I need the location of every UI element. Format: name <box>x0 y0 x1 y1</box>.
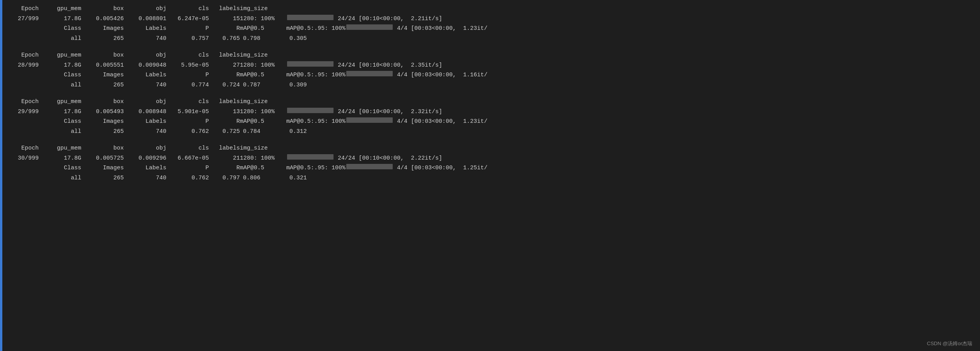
watermark: CSDN @汤姆or杰瑞 <box>927 340 972 347</box>
epoch-header-line: Epoch gpu_mem box obj cls labels img_siz… <box>8 143 972 153</box>
header-box: box <box>81 50 124 60</box>
eval-header-col2: Images <box>81 163 124 173</box>
eval-result-line: all 265 740 0.774 0.724 0.787 0.309 <box>8 80 972 90</box>
train-obj: 0.009296 <box>124 153 166 163</box>
eval-header-col4: P <box>166 70 209 80</box>
eval-header-col4: P <box>166 24 209 34</box>
header-obj: obj <box>124 50 166 60</box>
header-obj: obj <box>124 143 166 153</box>
header-obj: obj <box>124 4 166 14</box>
header-box: box <box>81 97 124 107</box>
eval-header-col6: mAP@0.5 <box>240 24 286 34</box>
eval-header-col5: R <box>209 163 240 173</box>
eval-header-col2: Images <box>81 70 124 80</box>
train-cls: 5.901e-05 <box>166 107 209 117</box>
train-cls: 6.667e-05 <box>166 153 209 163</box>
eval-result-class: all <box>39 173 81 183</box>
eval-result-labels: 740 <box>124 80 166 90</box>
epoch-block-3: Epoch gpu_mem box obj cls labels img_siz… <box>8 143 972 183</box>
eval-result-line: all 265 740 0.757 0.765 0.798 0.305 <box>8 34 972 44</box>
eval-result-spacer <box>8 173 39 183</box>
header-labels: labels <box>209 97 240 107</box>
eval-result-labels: 740 <box>124 173 166 183</box>
eval-header-col2: Images <box>81 24 124 34</box>
train-epoch: 27/999 <box>8 14 39 24</box>
train-box: 0.005725 <box>81 153 124 163</box>
eval-header-col6: mAP@0.5 <box>240 163 286 173</box>
epoch-block-0: Epoch gpu_mem box obj cls labels img_siz… <box>8 4 972 43</box>
train-cls: 5.95e-05 <box>166 60 209 71</box>
progress-bar-1-container <box>287 15 334 20</box>
progress-bar-2-container <box>346 24 393 30</box>
terminal-output: Epoch gpu_mem box obj cls labels img_siz… <box>8 4 972 183</box>
train-line: 29/999 17.8G 0.005493 0.008948 5.901e-05… <box>8 107 972 117</box>
header-epoch: Epoch <box>8 4 39 14</box>
eval-result-line: all 265 740 0.762 0.797 0.806 0.321 <box>8 173 972 183</box>
train-img_size: 1280: 100% <box>240 107 286 117</box>
train-obj: 0.008801 <box>124 14 166 24</box>
progress-bar-2-container <box>346 164 393 169</box>
train-cls: 6.247e-05 <box>166 14 209 24</box>
header-img_size: img_size <box>240 143 268 153</box>
eval-header-col1: Class <box>39 117 81 127</box>
eval-header-class <box>8 70 39 80</box>
progress-bar-1-container <box>287 154 334 160</box>
train-gpu_mem: 17.8G <box>39 14 81 24</box>
epoch-block-1: Epoch gpu_mem box obj cls labels img_siz… <box>8 50 972 90</box>
header-gpu_mem: gpu_mem <box>39 50 81 60</box>
eval-header-col5: R <box>209 70 240 80</box>
train-epoch: 28/999 <box>8 60 39 71</box>
eval-result-class: all <box>39 34 81 44</box>
eval-result-p: 0.774 <box>166 80 209 90</box>
epoch-header-line: Epoch gpu_mem box obj cls labels img_siz… <box>8 50 972 60</box>
eval-header-progress: 4/4 [00:03<00:00, 1.16it/ <box>393 70 487 80</box>
eval-header-col7: mAP@0.5:.95: 100% <box>286 117 345 127</box>
eval-result-images: 265 <box>81 80 124 90</box>
progress-bar-2-container <box>346 117 393 123</box>
train-line: 28/999 17.8G 0.005551 0.009048 5.95e-05 … <box>8 60 972 71</box>
eval-header-progress: 4/4 [00:03<00:00, 1.23it/ <box>393 24 487 34</box>
header-gpu_mem: gpu_mem <box>39 143 81 153</box>
train-img_size: 1280: 100% <box>240 153 286 163</box>
eval-result-r: 0.724 <box>209 80 240 90</box>
header-labels: labels <box>209 143 240 153</box>
train-epoch: 30/999 <box>8 153 39 163</box>
eval-result-r: 0.797 <box>209 173 240 183</box>
eval-header-line: Class Images Labels P R mAP@0.5 mAP@0.5:… <box>8 70 972 80</box>
progress-bar-1-container <box>287 61 334 67</box>
header-obj: obj <box>124 97 166 107</box>
eval-header-line: Class Images Labels P R mAP@0.5 mAP@0.5:… <box>8 117 972 127</box>
eval-header-col2: Images <box>81 117 124 127</box>
train-img_size: 1280: 100% <box>240 14 286 24</box>
train-labels: 21 <box>209 153 240 163</box>
eval-header-col5: R <box>209 117 240 127</box>
eval-result-class: all <box>39 127 81 137</box>
header-img_size: img_size <box>240 4 268 14</box>
train-labels: 27 <box>209 60 240 71</box>
header-box: box <box>81 4 124 14</box>
eval-result-p: 0.757 <box>166 34 209 44</box>
train-box: 0.005426 <box>81 14 124 24</box>
eval-header-col6: mAP@0.5 <box>240 117 286 127</box>
header-img_size: img_size <box>240 50 268 60</box>
train-img_size: 1280: 100% <box>240 60 286 71</box>
train-epoch: 29/999 <box>8 107 39 117</box>
eval-result-images: 265 <box>81 34 124 44</box>
eval-header-col7: mAP@0.5:.95: 100% <box>286 70 345 80</box>
eval-result-r: 0.725 <box>209 127 240 137</box>
eval-result-map0595: 0.305 <box>289 34 307 44</box>
eval-result-map0595: 0.321 <box>289 173 307 183</box>
train-labels: 13 <box>209 107 240 117</box>
train-progress: 24/24 [00:10<00:00, 2.22it/s] <box>334 153 442 163</box>
train-progress: 24/24 [00:10<00:00, 2.32it/s] <box>334 107 442 117</box>
eval-result-map05: 0.787 <box>243 80 289 90</box>
eval-result-class: all <box>39 80 81 90</box>
eval-header-col1: Class <box>39 24 81 34</box>
eval-header-line: Class Images Labels P R mAP@0.5 mAP@0.5:… <box>8 24 972 34</box>
train-line: 30/999 17.8G 0.005725 0.009296 6.667e-05… <box>8 153 972 163</box>
eval-header-class <box>8 117 39 127</box>
eval-result-r: 0.765 <box>209 34 240 44</box>
train-progress: 24/24 [00:10<00:00, 2.21it/s] <box>334 14 442 24</box>
eval-result-images: 265 <box>81 127 124 137</box>
epoch-block-2: Epoch gpu_mem box obj cls labels img_siz… <box>8 97 972 136</box>
